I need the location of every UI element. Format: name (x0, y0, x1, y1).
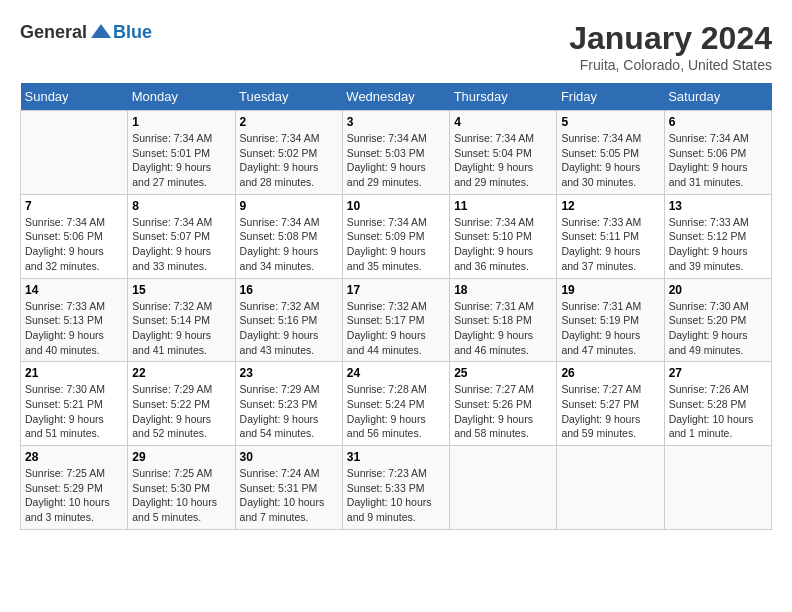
day-info: Sunrise: 7:34 AMSunset: 5:02 PMDaylight:… (240, 131, 338, 190)
calendar-cell: 1Sunrise: 7:34 AMSunset: 5:01 PMDaylight… (128, 111, 235, 195)
header-cell-wednesday: Wednesday (342, 83, 449, 111)
header-cell-sunday: Sunday (21, 83, 128, 111)
calendar-cell: 21Sunrise: 7:30 AMSunset: 5:21 PMDayligh… (21, 362, 128, 446)
title-area: January 2024 Fruita, Colorado, United St… (569, 20, 772, 73)
calendar-cell: 31Sunrise: 7:23 AMSunset: 5:33 PMDayligh… (342, 446, 449, 530)
day-number: 20 (669, 283, 767, 297)
calendar-cell: 12Sunrise: 7:33 AMSunset: 5:11 PMDayligh… (557, 194, 664, 278)
day-info: Sunrise: 7:29 AMSunset: 5:22 PMDaylight:… (132, 382, 230, 441)
header-cell-thursday: Thursday (450, 83, 557, 111)
day-number: 12 (561, 199, 659, 213)
calendar-cell: 28Sunrise: 7:25 AMSunset: 5:29 PMDayligh… (21, 446, 128, 530)
day-info: Sunrise: 7:28 AMSunset: 5:24 PMDaylight:… (347, 382, 445, 441)
day-info: Sunrise: 7:34 AMSunset: 5:09 PMDaylight:… (347, 215, 445, 274)
day-number: 30 (240, 450, 338, 464)
week-row-5: 28Sunrise: 7:25 AMSunset: 5:29 PMDayligh… (21, 446, 772, 530)
day-info: Sunrise: 7:31 AMSunset: 5:18 PMDaylight:… (454, 299, 552, 358)
svg-marker-0 (91, 24, 111, 38)
calendar-cell: 26Sunrise: 7:27 AMSunset: 5:27 PMDayligh… (557, 362, 664, 446)
day-number: 22 (132, 366, 230, 380)
header-cell-tuesday: Tuesday (235, 83, 342, 111)
calendar-cell: 16Sunrise: 7:32 AMSunset: 5:16 PMDayligh… (235, 278, 342, 362)
day-number: 8 (132, 199, 230, 213)
day-number: 13 (669, 199, 767, 213)
calendar-cell: 30Sunrise: 7:24 AMSunset: 5:31 PMDayligh… (235, 446, 342, 530)
calendar-cell: 8Sunrise: 7:34 AMSunset: 5:07 PMDaylight… (128, 194, 235, 278)
day-number: 16 (240, 283, 338, 297)
calendar-cell (664, 446, 771, 530)
day-info: Sunrise: 7:27 AMSunset: 5:27 PMDaylight:… (561, 382, 659, 441)
day-number: 25 (454, 366, 552, 380)
day-number: 6 (669, 115, 767, 129)
day-info: Sunrise: 7:34 AMSunset: 5:04 PMDaylight:… (454, 131, 552, 190)
day-number: 4 (454, 115, 552, 129)
day-number: 31 (347, 450, 445, 464)
day-info: Sunrise: 7:34 AMSunset: 5:03 PMDaylight:… (347, 131, 445, 190)
day-info: Sunrise: 7:34 AMSunset: 5:06 PMDaylight:… (669, 131, 767, 190)
page-header: General Blue January 2024 Fruita, Colora… (20, 20, 772, 73)
logo-general-text: General (20, 22, 87, 43)
calendar-cell: 29Sunrise: 7:25 AMSunset: 5:30 PMDayligh… (128, 446, 235, 530)
calendar-cell: 15Sunrise: 7:32 AMSunset: 5:14 PMDayligh… (128, 278, 235, 362)
day-number: 7 (25, 199, 123, 213)
day-info: Sunrise: 7:32 AMSunset: 5:17 PMDaylight:… (347, 299, 445, 358)
calendar-cell: 10Sunrise: 7:34 AMSunset: 5:09 PMDayligh… (342, 194, 449, 278)
day-info: Sunrise: 7:34 AMSunset: 5:07 PMDaylight:… (132, 215, 230, 274)
calendar-cell: 22Sunrise: 7:29 AMSunset: 5:22 PMDayligh… (128, 362, 235, 446)
day-number: 15 (132, 283, 230, 297)
calendar-cell: 13Sunrise: 7:33 AMSunset: 5:12 PMDayligh… (664, 194, 771, 278)
day-number: 21 (25, 366, 123, 380)
calendar-cell: 20Sunrise: 7:30 AMSunset: 5:20 PMDayligh… (664, 278, 771, 362)
calendar-cell: 4Sunrise: 7:34 AMSunset: 5:04 PMDaylight… (450, 111, 557, 195)
calendar-cell: 23Sunrise: 7:29 AMSunset: 5:23 PMDayligh… (235, 362, 342, 446)
day-number: 29 (132, 450, 230, 464)
day-info: Sunrise: 7:33 AMSunset: 5:13 PMDaylight:… (25, 299, 123, 358)
day-number: 28 (25, 450, 123, 464)
day-info: Sunrise: 7:25 AMSunset: 5:30 PMDaylight:… (132, 466, 230, 525)
day-number: 23 (240, 366, 338, 380)
day-number: 5 (561, 115, 659, 129)
day-info: Sunrise: 7:26 AMSunset: 5:28 PMDaylight:… (669, 382, 767, 441)
calendar-cell: 14Sunrise: 7:33 AMSunset: 5:13 PMDayligh… (21, 278, 128, 362)
day-number: 9 (240, 199, 338, 213)
day-info: Sunrise: 7:24 AMSunset: 5:31 PMDaylight:… (240, 466, 338, 525)
header-cell-monday: Monday (128, 83, 235, 111)
day-info: Sunrise: 7:33 AMSunset: 5:11 PMDaylight:… (561, 215, 659, 274)
calendar-header: SundayMondayTuesdayWednesdayThursdayFrid… (21, 83, 772, 111)
calendar-cell: 11Sunrise: 7:34 AMSunset: 5:10 PMDayligh… (450, 194, 557, 278)
calendar-cell (450, 446, 557, 530)
day-number: 1 (132, 115, 230, 129)
day-info: Sunrise: 7:30 AMSunset: 5:20 PMDaylight:… (669, 299, 767, 358)
day-info: Sunrise: 7:32 AMSunset: 5:14 PMDaylight:… (132, 299, 230, 358)
day-info: Sunrise: 7:27 AMSunset: 5:26 PMDaylight:… (454, 382, 552, 441)
day-info: Sunrise: 7:34 AMSunset: 5:06 PMDaylight:… (25, 215, 123, 274)
calendar-cell (557, 446, 664, 530)
calendar-cell: 7Sunrise: 7:34 AMSunset: 5:06 PMDaylight… (21, 194, 128, 278)
week-row-3: 14Sunrise: 7:33 AMSunset: 5:13 PMDayligh… (21, 278, 772, 362)
calendar-cell: 24Sunrise: 7:28 AMSunset: 5:24 PMDayligh… (342, 362, 449, 446)
header-cell-friday: Friday (557, 83, 664, 111)
day-number: 26 (561, 366, 659, 380)
day-info: Sunrise: 7:29 AMSunset: 5:23 PMDaylight:… (240, 382, 338, 441)
calendar-cell: 6Sunrise: 7:34 AMSunset: 5:06 PMDaylight… (664, 111, 771, 195)
subtitle: Fruita, Colorado, United States (569, 57, 772, 73)
day-info: Sunrise: 7:34 AMSunset: 5:10 PMDaylight:… (454, 215, 552, 274)
logo: General Blue (20, 20, 152, 44)
day-number: 24 (347, 366, 445, 380)
day-number: 14 (25, 283, 123, 297)
day-info: Sunrise: 7:34 AMSunset: 5:08 PMDaylight:… (240, 215, 338, 274)
logo-icon (89, 20, 113, 44)
calendar-table: SundayMondayTuesdayWednesdayThursdayFrid… (20, 83, 772, 530)
day-info: Sunrise: 7:33 AMSunset: 5:12 PMDaylight:… (669, 215, 767, 274)
day-number: 18 (454, 283, 552, 297)
calendar-cell: 18Sunrise: 7:31 AMSunset: 5:18 PMDayligh… (450, 278, 557, 362)
calendar-cell: 25Sunrise: 7:27 AMSunset: 5:26 PMDayligh… (450, 362, 557, 446)
calendar-cell (21, 111, 128, 195)
day-info: Sunrise: 7:30 AMSunset: 5:21 PMDaylight:… (25, 382, 123, 441)
day-number: 10 (347, 199, 445, 213)
day-info: Sunrise: 7:23 AMSunset: 5:33 PMDaylight:… (347, 466, 445, 525)
week-row-2: 7Sunrise: 7:34 AMSunset: 5:06 PMDaylight… (21, 194, 772, 278)
day-info: Sunrise: 7:31 AMSunset: 5:19 PMDaylight:… (561, 299, 659, 358)
header-cell-saturday: Saturday (664, 83, 771, 111)
calendar-cell: 17Sunrise: 7:32 AMSunset: 5:17 PMDayligh… (342, 278, 449, 362)
